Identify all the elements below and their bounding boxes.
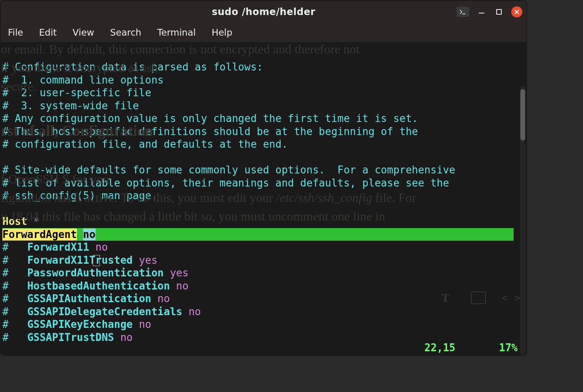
window-title: sudo /home/helder <box>1 6 526 17</box>
menu-help[interactable]: Help <box>212 27 232 38</box>
close-button[interactable] <box>511 6 522 17</box>
blank-line <box>2 151 525 164</box>
comment-line: # Any configuration value is only change… <box>2 112 525 125</box>
menu-search[interactable]: Search <box>110 27 141 38</box>
scrollbar-thumb[interactable] <box>520 89 525 141</box>
vim-status: 22,15 17% <box>424 341 518 354</box>
cursor-position: 22,15 <box>424 341 455 354</box>
terminal-app-icon <box>457 7 469 17</box>
terminal-content: # Configuration data is parsed as follow… <box>1 42 526 345</box>
current-line-highlight: ForwardAgent no <box>2 228 514 241</box>
option-line: # GSSAPIDelegateCredentials no <box>2 305 525 318</box>
option-line: # ForwardX11 no <box>2 241 525 254</box>
minimize-button[interactable] <box>476 7 487 17</box>
svg-rect-2 <box>497 10 501 14</box>
comment-line: # Thus, host-specific definitions should… <box>2 125 525 138</box>
comment-line: # configuration file, and defaults at th… <box>2 138 525 151</box>
scrollbar[interactable] <box>520 86 526 355</box>
menubar: File Edit View Search Terminal Help <box>1 23 526 42</box>
comment-line: # Site-wide defaults for some commonly u… <box>2 164 525 177</box>
option-line: # ForwardX11Trusted yes <box>2 254 525 267</box>
menu-terminal[interactable]: Terminal <box>157 27 196 38</box>
option-line: # GSSAPIAuthentication no <box>2 292 525 305</box>
menu-file[interactable]: File <box>8 27 23 38</box>
menu-edit[interactable]: Edit <box>39 27 57 38</box>
terminal-window: sudo /home/helder File Edit View Search … <box>0 0 527 356</box>
option-line: # HostbasedAuthentication no <box>2 280 525 293</box>
comment-line: # 1. command line options <box>2 74 525 87</box>
comment-line: # list of available options, their meani… <box>2 177 525 190</box>
window-controls <box>457 6 522 17</box>
host-line: Host * <box>2 215 525 228</box>
comment-line: # 3. system-wide file <box>2 99 525 112</box>
comment-line: # ssh_config(5) man page. <box>2 189 525 202</box>
comment-line: # Configuration data is parsed as follow… <box>2 61 525 74</box>
menu-view[interactable]: View <box>73 27 94 38</box>
file-percent: 17% <box>499 341 518 354</box>
titlebar: sudo /home/helder <box>1 1 526 23</box>
option-line: # PasswordAuthentication yes <box>2 266 525 280</box>
comment-line: # 2. user-specific file <box>2 86 525 99</box>
blank-line <box>2 202 525 215</box>
maximize-button[interactable] <box>494 7 504 17</box>
terminal-viewport[interactable]: or email. By default, this connection is… <box>1 42 526 356</box>
option-line: # GSSAPIKeyExchange no <box>2 318 525 331</box>
